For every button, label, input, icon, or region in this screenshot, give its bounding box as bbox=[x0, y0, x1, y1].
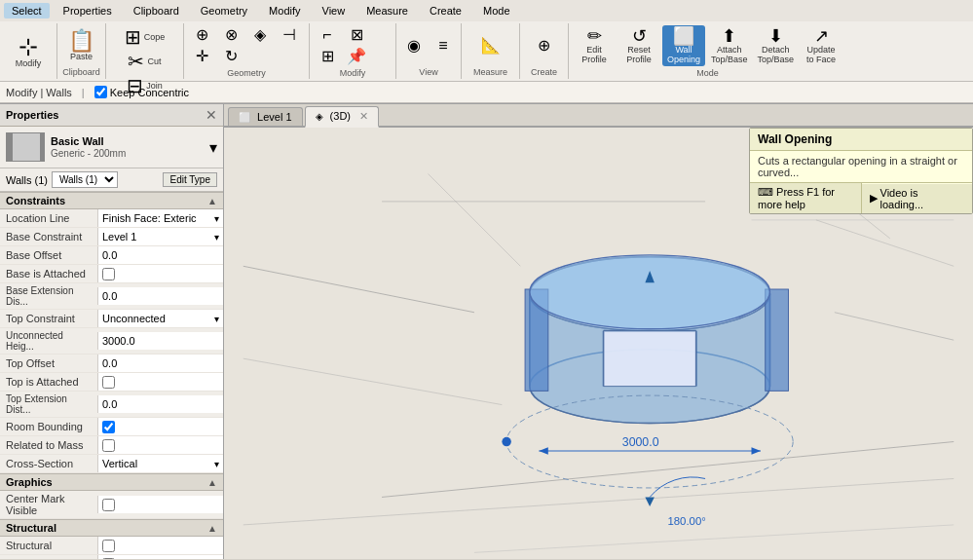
base-constraint-dropdown[interactable]: ▾ bbox=[214, 232, 219, 243]
prop-row-top-offset: Top Offset 0.0 bbox=[0, 355, 223, 373]
edit-type-button[interactable]: Edit Type bbox=[163, 172, 217, 187]
prop-name-top-constraint: Top Constraint bbox=[0, 311, 97, 326]
create-button[interactable]: ⊕ bbox=[531, 36, 558, 56]
cope-button[interactable]: ⊞ Cope bbox=[116, 25, 174, 49]
modify-menu[interactable]: Modify bbox=[261, 3, 308, 19]
structural-section-header[interactable]: Structural ▲ bbox=[0, 519, 223, 537]
cross-section-dropdown[interactable]: ▾ bbox=[214, 459, 219, 469]
structural-checkbox[interactable] bbox=[102, 540, 115, 552]
paste-button[interactable]: 📋 Paste bbox=[64, 28, 99, 63]
video-icon: ▶ bbox=[870, 192, 878, 205]
mirror-button[interactable]: ⊣ bbox=[276, 25, 303, 45]
prop-value-base-constraint[interactable]: Level 1 ▾ bbox=[97, 228, 223, 245]
edit-profile-icon: ✏ bbox=[587, 27, 602, 45]
prop-value-top-constraint[interactable]: Unconnected ▾ bbox=[97, 310, 223, 327]
prop-value-base-attached[interactable] bbox=[97, 265, 223, 282]
wall-type: Generic - 200mm bbox=[51, 148, 126, 159]
rotate-button[interactable]: ↻ bbox=[217, 47, 244, 66]
canvas-area: ⬜ Level 1 ◈ (3D) ✕ Wall Opening Cuts a r… bbox=[224, 104, 973, 559]
mode-menu[interactable]: Mode bbox=[475, 3, 518, 19]
paste-label: Paste bbox=[70, 52, 93, 61]
attach-top-button[interactable]: ⬆ AttachTop/Base bbox=[707, 25, 752, 66]
constraints-section-header[interactable]: Constraints ▲ bbox=[0, 192, 223, 209]
split-button[interactable]: ⊗ bbox=[217, 25, 244, 45]
panel-header: Properties ✕ bbox=[0, 104, 223, 127]
tooltip-help-button[interactable]: ⌨ Press F1 for more help bbox=[750, 183, 862, 213]
thin-lines-button[interactable]: ≡ bbox=[430, 36, 457, 56]
prop-name-location-line: Location Line bbox=[0, 210, 97, 226]
prop-value-structural[interactable] bbox=[97, 537, 223, 554]
graphics-section-header[interactable]: Graphics ▲ bbox=[0, 473, 223, 491]
analytical-checkbox[interactable] bbox=[102, 558, 115, 560]
related-mass-checkbox[interactable] bbox=[102, 439, 115, 452]
keep-concentric-item[interactable]: Keep Concentric bbox=[94, 86, 189, 98]
tooltip-desc: Cuts a rectangular opening in a straight… bbox=[750, 151, 972, 182]
offset-button[interactable]: ◈ bbox=[246, 25, 274, 45]
prop-value-room-bounding[interactable] bbox=[97, 418, 223, 435]
prop-value-top-ext[interactable]: 0.0 bbox=[97, 395, 223, 413]
tooltip-video-button[interactable]: ▶ Video is loading... bbox=[862, 184, 973, 213]
geometry-menu[interactable]: Geometry bbox=[193, 3, 255, 19]
keep-concentric-checkbox[interactable] bbox=[94, 86, 107, 98]
hide-button[interactable]: ◉ bbox=[400, 36, 428, 56]
prop-name-base-offset: Base Offset bbox=[0, 247, 97, 263]
top-constraint-dropdown[interactable]: ▾ bbox=[214, 314, 219, 324]
select-menu[interactable]: Select bbox=[4, 3, 50, 19]
location-line-dropdown[interactable]: ▾ bbox=[214, 213, 219, 224]
prop-row-related-mass: Related to Mass bbox=[0, 436, 223, 455]
prop-value-unconnected-height[interactable]: 3000.0 bbox=[97, 332, 223, 350]
properties-scroll[interactable]: Constraints ▲ Location Line Finish Face:… bbox=[0, 192, 223, 559]
center-mark-checkbox[interactable] bbox=[102, 499, 115, 511]
prop-value-base-ext[interactable]: 0.0 bbox=[97, 287, 223, 305]
prop-value-location-line[interactable]: Finish Face: Exteric ▾ bbox=[97, 209, 223, 227]
offset-icon: ◈ bbox=[254, 27, 266, 43]
prop-name-center-mark: Center Mark Visible bbox=[0, 491, 97, 518]
pin-button[interactable]: 📌 bbox=[343, 47, 370, 66]
svg-text:180.00°: 180.00° bbox=[667, 515, 705, 527]
prop-value-related-mass[interactable] bbox=[97, 436, 223, 454]
prop-value-center-mark[interactable] bbox=[97, 496, 223, 513]
prop-value-top-offset[interactable]: 0.0 bbox=[97, 355, 223, 372]
wall-swatch bbox=[6, 132, 45, 162]
align-icon: ⊕ bbox=[196, 27, 208, 43]
align-button[interactable]: ⊕ bbox=[188, 25, 215, 45]
move-button[interactable]: ✛ bbox=[188, 47, 215, 66]
panel-close-button[interactable]: ✕ bbox=[206, 107, 217, 123]
array-button[interactable]: ⊞ bbox=[314, 47, 341, 66]
graphics-arrow: ▲ bbox=[207, 477, 217, 488]
prop-value-base-offset[interactable]: 0.0 bbox=[97, 246, 223, 264]
prop-name-top-ext: Top Extension Dist... bbox=[0, 392, 97, 417]
tab-3d-close[interactable]: ✕ bbox=[359, 110, 368, 122]
prop-row-structural: Structural bbox=[0, 537, 223, 555]
view-menu[interactable]: View bbox=[315, 3, 354, 19]
drawing-canvas[interactable]: Wall Opening Cuts a rectangular opening … bbox=[224, 128, 973, 559]
tab-level1[interactable]: ⬜ Level 1 bbox=[228, 107, 303, 126]
measure-button[interactable]: 📐 bbox=[477, 36, 505, 56]
filter-dropdown[interactable]: Walls (1) bbox=[52, 171, 118, 188]
scale-button[interactable]: ⊠ bbox=[343, 25, 370, 45]
move-icon: ✛ bbox=[196, 49, 208, 64]
top-attached-checkbox[interactable] bbox=[102, 376, 115, 389]
reset-profile-button[interactable]: ↺ ResetProfile bbox=[617, 25, 660, 66]
room-bounding-checkbox[interactable] bbox=[102, 421, 115, 433]
modify-button[interactable]: ⊹ Modify bbox=[4, 33, 53, 70]
wall-opening-button[interactable]: ⬜ WallOpening bbox=[662, 25, 705, 66]
base-attached-checkbox[interactable] bbox=[102, 268, 115, 280]
tab-3d[interactable]: ◈ (3D) ✕ bbox=[305, 106, 380, 128]
prop-value-enable-analytical[interactable] bbox=[97, 555, 223, 559]
properties-menu[interactable]: Properties bbox=[56, 3, 120, 19]
detach-top-button[interactable]: ⬇ DetachTop/Base bbox=[754, 25, 799, 66]
wall-dropdown-icon[interactable]: ▾ bbox=[209, 138, 217, 157]
update-face-button[interactable]: ↗ Updateto Face bbox=[800, 25, 842, 66]
cut-button[interactable]: ✂ Cut bbox=[116, 50, 174, 73]
clipboard-label: Clipboard bbox=[62, 65, 100, 77]
paste-icon: 📋 bbox=[68, 30, 94, 52]
split-icon: ⊗ bbox=[225, 27, 238, 43]
edit-profile-button[interactable]: ✏ EditProfile bbox=[573, 25, 616, 66]
clipboard-menu[interactable]: Clipboard bbox=[126, 3, 187, 19]
prop-value-cross-section[interactable]: Vertical ▾ bbox=[97, 455, 223, 472]
create-menu[interactable]: Create bbox=[422, 3, 469, 19]
measure-menu[interactable]: Measure bbox=[358, 3, 416, 19]
prop-value-top-attached[interactable] bbox=[97, 373, 223, 391]
trim-button[interactable]: ⌐ bbox=[314, 25, 341, 45]
